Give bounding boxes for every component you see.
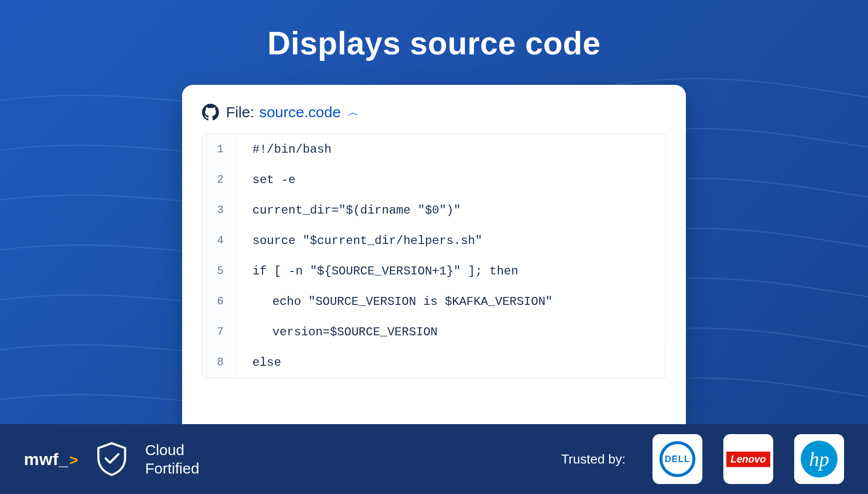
caret-icon: > [69, 452, 78, 469]
line-number: 8 [203, 347, 238, 378]
code-text: if [ -n "${SOURCE_VERSION+1}" ]; then [238, 265, 518, 277]
code-text: echo "SOURCE_VERSION is $KAFKA_VERSION" [238, 296, 553, 308]
code-card: File: source.code ︿ 1#!/bin/bash2set -e3… [182, 85, 686, 424]
lenovo-logo: Lenovo [726, 452, 770, 467]
github-icon [202, 104, 219, 121]
line-number: 2 [203, 165, 238, 195]
cloud-fortified-label: Cloud Fortified [145, 441, 199, 478]
page-title: Displays source code [0, 25, 868, 62]
trusted-by-label: Trusted by: [561, 452, 626, 467]
hp-logo: hp [801, 441, 838, 478]
line-number: 6 [203, 286, 238, 317]
file-name-link[interactable]: source.code [259, 104, 341, 121]
brand-tile-lenovo: Lenovo [723, 434, 773, 484]
shield-check-icon [92, 440, 131, 479]
file-header[interactable]: File: source.code ︿ [202, 104, 666, 121]
mwf-text: mwf_ [24, 450, 68, 469]
mwf-logo: mwf_> [24, 450, 78, 469]
code-line: 6echo "SOURCE_VERSION is $KAFKA_VERSION" [203, 286, 665, 317]
code-line: 4source "$current_dir/helpers.sh" [203, 226, 665, 256]
code-line: 8else [203, 347, 665, 378]
code-line: 1#!/bin/bash [203, 134, 665, 165]
code-line: 5if [ -n "${SOURCE_VERSION+1}" ]; then [203, 256, 665, 286]
line-number: 3 [203, 195, 238, 226]
line-number: 7 [203, 317, 238, 347]
code-viewer: 1#!/bin/bash2set -e3current_dir="$(dirna… [202, 134, 666, 378]
line-number: 4 [203, 226, 238, 256]
code-line: 7version=$SOURCE_VERSION [203, 317, 665, 347]
dell-logo: DELL [659, 441, 695, 477]
code-text: source "$current_dir/helpers.sh" [238, 235, 482, 247]
fortified-line2: Fortified [145, 459, 199, 478]
chevron-up-icon[interactable]: ︿ [348, 105, 359, 120]
code-text: version=$SOURCE_VERSION [238, 326, 437, 338]
code-line: 3current_dir="$(dirname "$0")" [203, 195, 665, 226]
file-prefix-label: File: [226, 104, 254, 121]
code-text: else [238, 357, 281, 369]
code-text: current_dir="$(dirname "$0")" [238, 205, 461, 217]
code-text: set -e [238, 174, 295, 186]
code-line: 2set -e [203, 165, 665, 195]
line-number: 1 [203, 134, 238, 165]
code-text: #!/bin/bash [238, 144, 331, 156]
stage: Displays source code File: source.code ︿… [0, 0, 868, 494]
brand-tile-dell: DELL [652, 434, 702, 484]
fortified-line1: Cloud [145, 441, 199, 460]
brand-tile-hp: hp [794, 434, 844, 484]
line-number: 5 [203, 256, 238, 286]
footer-bar: mwf_> Cloud Fortified Trusted by: DELL L… [0, 424, 868, 494]
